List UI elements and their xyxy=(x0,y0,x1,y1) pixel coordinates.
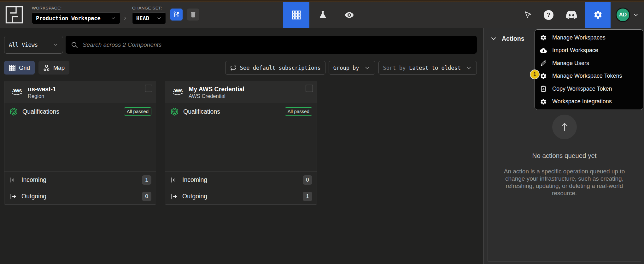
incoming-count-badge: 1 xyxy=(142,175,151,185)
qualifications-status-badge: All passed xyxy=(124,107,151,116)
select-checkbox[interactable] xyxy=(145,85,152,92)
select-checkbox[interactable] xyxy=(306,85,313,92)
chevron-down-icon xyxy=(111,15,116,21)
tutorial-step-badge: 1 xyxy=(530,69,540,79)
search-input[interactable] xyxy=(83,41,472,48)
settings-tab-active[interactable] xyxy=(585,2,611,28)
workspace-value: Production Workspace xyxy=(36,15,101,21)
gear-icon xyxy=(540,73,547,80)
help-button[interactable]: ? xyxy=(544,10,553,20)
abandon-change-set-button[interactable] xyxy=(187,9,199,21)
menu-item-copy-workspace-token[interactable]: Copy Workspace Token xyxy=(535,82,643,95)
changeset-section: CHANGE SET: HEAD xyxy=(132,6,166,24)
incoming-arrow-icon xyxy=(9,176,17,184)
search-icon xyxy=(71,41,78,49)
grid-icon xyxy=(291,10,301,20)
settings-dropdown-menu: 1 Manage Workspaces Import Workspace Man… xyxy=(535,29,643,110)
tab-grid-view[interactable] xyxy=(283,2,309,28)
clipboard-copy-icon xyxy=(540,85,547,92)
sort-by-dropdown[interactable]: Sort by Latest to oldest xyxy=(378,61,477,75)
qualifications-label: Qualifications xyxy=(22,108,59,115)
changeset-value: HEAD xyxy=(136,15,149,21)
grid-icon xyxy=(9,64,16,71)
incoming-count-badge: 0 xyxy=(303,175,312,185)
grid-view-button[interactable]: Grid xyxy=(4,61,35,75)
component-card-my-aws-credential[interactable]: aws My AWS Credential AWS Credential xyxy=(165,81,317,205)
outgoing-arrow-icon xyxy=(9,193,17,200)
workspace-selector[interactable]: Production Workspace xyxy=(32,12,120,24)
chevron-right-separator-icon xyxy=(123,16,128,21)
flask-icon xyxy=(318,10,328,20)
workspace-section: WORKSPACE: Production Workspace xyxy=(32,6,120,24)
menu-item-manage-users[interactable]: Manage Users xyxy=(535,57,643,70)
view-toolbar: Grid Map See xyxy=(4,61,477,75)
repeat-icon xyxy=(230,64,237,71)
multiplayer-cursor-button[interactable] xyxy=(523,11,532,19)
discord-button[interactable] xyxy=(566,9,577,20)
map-view-button[interactable]: Map xyxy=(38,61,69,75)
outgoing-count-badge: 0 xyxy=(142,192,151,201)
component-card-grid: aws us-west-1 Region xyxy=(4,81,477,205)
qualifications-row[interactable]: Qualifications All passed xyxy=(4,103,156,120)
card-header: aws us-west-1 Region xyxy=(4,81,156,103)
cloud-download-icon xyxy=(540,47,547,54)
empty-state-description: An action is a specific operation queued… xyxy=(499,168,630,197)
chevron-down-icon xyxy=(53,42,58,47)
aws-logo-icon: aws xyxy=(172,88,184,96)
menu-item-manage-workspaces[interactable]: Manage Workspaces xyxy=(535,31,643,44)
qualifications-row[interactable]: Qualifications All passed xyxy=(165,103,317,120)
menu-item-import-workspace[interactable]: Import Workspace xyxy=(535,44,643,57)
pencil-icon xyxy=(540,60,547,67)
views-dropdown[interactable]: All Views xyxy=(4,36,63,54)
app-root: WORKSPACE: Production Workspace CHANGE S… xyxy=(0,0,644,264)
group-by-dropdown[interactable]: Group by xyxy=(329,61,375,75)
workspace-label: WORKSPACE: xyxy=(32,6,120,10)
create-change-set-button[interactable] xyxy=(170,9,183,21)
component-name: My AWS Credential xyxy=(189,85,244,93)
toolbar-spacer xyxy=(69,61,225,75)
component-name: us-west-1 xyxy=(28,85,56,93)
card-header: aws My AWS Credential AWS Credential xyxy=(165,81,317,103)
incoming-label: Incoming xyxy=(182,176,207,183)
gear-icon xyxy=(540,34,547,41)
map-graph-icon xyxy=(43,64,50,71)
incoming-connections-row[interactable]: Incoming 0 xyxy=(165,171,317,188)
outgoing-arrow-icon xyxy=(170,193,178,200)
menu-item-manage-workspace-tokens[interactable]: Manage Workspace Tokens xyxy=(535,70,643,83)
system-initiative-logo-icon[interactable] xyxy=(5,6,23,24)
discord-icon xyxy=(566,9,577,20)
eye-icon xyxy=(344,10,354,20)
component-type: AWS Credential xyxy=(189,93,244,99)
component-type: Region xyxy=(28,93,56,99)
tab-review[interactable] xyxy=(336,2,362,28)
workspace-mode-tabs xyxy=(283,2,362,28)
topbar-right-icons: ? AD xyxy=(523,2,644,28)
actions-panel-title: Actions xyxy=(502,35,524,42)
filter-row: All Views xyxy=(4,36,477,54)
map-view-label: Map xyxy=(53,64,65,71)
chevron-down-icon[interactable] xyxy=(633,12,639,18)
menu-item-workspace-integrations[interactable]: Workspace Integrations xyxy=(535,95,643,108)
tab-lab[interactable] xyxy=(309,2,336,28)
subscriptions-label: See default subscriptions xyxy=(240,65,321,71)
user-avatar[interactable]: AD xyxy=(616,8,630,22)
qualification-hexagon-check-icon xyxy=(9,107,18,116)
component-card-us-west-1[interactable]: aws us-west-1 Region xyxy=(4,81,156,205)
pointer-icon xyxy=(524,11,532,19)
qualification-hexagon-check-icon xyxy=(170,107,179,116)
git-branch-plus-icon xyxy=(173,11,180,18)
grid-view-label: Grid xyxy=(19,64,30,71)
outgoing-connections-row[interactable]: Outgoing 1 xyxy=(165,188,317,204)
chevron-down-icon xyxy=(156,15,162,21)
aws-logo-icon: aws xyxy=(11,88,23,96)
qualifications-label: Qualifications xyxy=(183,108,220,115)
changeset-selector[interactable]: HEAD xyxy=(132,12,166,24)
see-default-subscriptions-button[interactable]: See default subscriptions xyxy=(225,61,325,75)
top-bar: WORKSPACE: Production Workspace CHANGE S… xyxy=(0,2,644,28)
card-titles: us-west-1 Region xyxy=(28,85,56,99)
incoming-connections-row[interactable]: Incoming 1 xyxy=(4,171,156,188)
question-mark-icon: ? xyxy=(547,11,551,18)
views-dropdown-value: All Views xyxy=(9,42,38,48)
outgoing-connections-row[interactable]: Outgoing 0 xyxy=(4,188,156,204)
chevron-down-icon xyxy=(490,35,497,42)
